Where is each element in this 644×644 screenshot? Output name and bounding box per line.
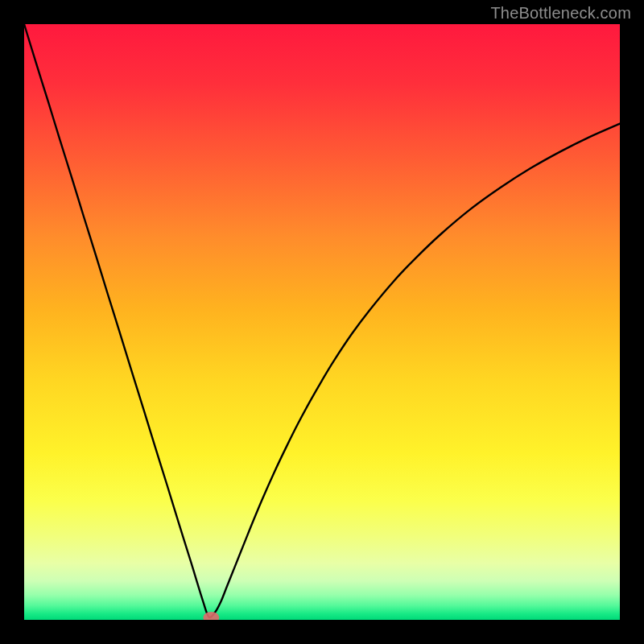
chart-plot-area (24, 24, 620, 620)
chart-frame: TheBottleneck.com (0, 0, 644, 644)
chart-svg (24, 24, 620, 620)
gradient-background (24, 24, 620, 620)
watermark-label: TheBottleneck.com (490, 4, 631, 23)
